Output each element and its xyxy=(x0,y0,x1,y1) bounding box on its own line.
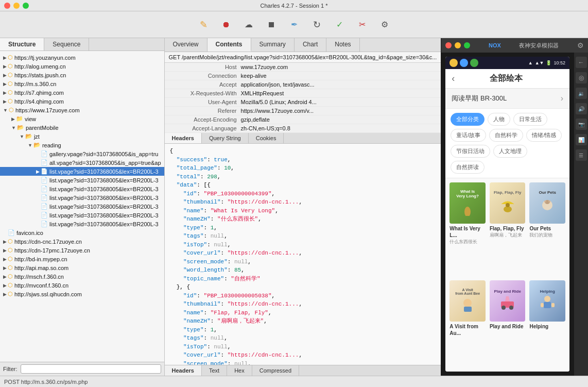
tree-item-favicon[interactable]: ▶ 📄 favicon.ico xyxy=(0,228,164,237)
tree-item-gallery-vpage[interactable]: ▶ 📄 gallery.vpage?sid=3107368005&is_app=… xyxy=(0,149,164,158)
emu-icon-menu[interactable]: ☰ xyxy=(576,149,587,161)
tree-item-s7[interactable]: ▶ ⬡ http://s7.qhimg.com xyxy=(0,88,164,97)
tree-item-list-vpage-6[interactable]: ▶ 📄 list.vpage?sid=3107368005&lex=BR200L… xyxy=(0,211,164,220)
back-button[interactable]: ‹ xyxy=(452,73,455,84)
tree-item-view[interactable]: ▶ 📁 view xyxy=(0,114,164,123)
settings-button[interactable]: ⚙ xyxy=(376,16,393,33)
stop-button[interactable]: ⏹ xyxy=(263,16,280,33)
cat-tag-culture[interactable]: 人文地理 xyxy=(493,145,527,158)
tree-item-api-map[interactable]: ▶ ⬡ http://api.map.so.com xyxy=(0,263,164,272)
tree-item-m-s-360[interactable]: ▶ ⬡ http://m.s.360.cn xyxy=(0,79,164,88)
expand-icon: ▶ xyxy=(3,283,7,288)
reading-level-bar[interactable]: 阅读早期 BR-300L › xyxy=(445,89,569,109)
tree-item-parentmobile[interactable]: ▼ 📂 parentMobile xyxy=(0,123,164,132)
tree-item-msch-360[interactable]: ▶ ⬡ http://msch.f.360.cn xyxy=(0,272,164,281)
tree-item-cdn-17pmc[interactable]: ▶ ⬡ https://cdn-17pmc.17zuoye.cn xyxy=(0,246,164,255)
pointer-tool-button[interactable]: ✎ xyxy=(195,16,212,33)
book-cover-4: A Visit from Aunt Bee xyxy=(449,280,486,322)
tools-button[interactable]: ✂ xyxy=(354,16,370,33)
tree-item-reading[interactable]: ▼ 📂 reading xyxy=(0,141,164,149)
tree-item-list-vpage-5[interactable]: ▶ 📄 list.vpage?sid=3107368005&lex=BR200L… xyxy=(0,202,164,211)
bottom-tab-text[interactable]: Text xyxy=(202,365,227,376)
cat-tag-fairytale[interactable]: 童话/故事 xyxy=(451,129,486,142)
book-title-5: Play and Ride xyxy=(490,323,526,330)
tree-item-alog[interactable]: ▶ ⬡ http://alog.umeng.cn xyxy=(0,62,164,71)
sub-tab-query-string[interactable]: Query String xyxy=(202,133,249,143)
tree-item-s4[interactable]: ▶ ⬡ http://s4.qhimg.com xyxy=(0,97,164,106)
expand-icon: ▶ xyxy=(36,178,40,183)
tab-chart[interactable]: Chart xyxy=(295,38,326,52)
check-button[interactable]: ✓ xyxy=(331,16,348,33)
close-button[interactable] xyxy=(4,3,10,9)
cat-tag-holiday[interactable]: 节假日活动 xyxy=(451,145,490,158)
tab-summary[interactable]: Summary xyxy=(251,38,295,52)
tree-item-bd-in-mypep[interactable]: ▶ ⬡ http://bd-in.mypep.cn xyxy=(0,255,164,263)
book-item-what-is-very-long[interactable]: What Is Very Long? What Is Very L... 什么东… xyxy=(449,182,486,276)
emu-icon-back[interactable]: ← xyxy=(576,57,587,68)
tree-item-cdn-cnc[interactable]: ▶ ⬡ https://cdn-cnc.17zuoye.cn xyxy=(0,237,164,246)
tree-item-list-vpage-selected[interactable]: ▶ 📄 list.vpage?sid=3107368005&lex=BR200L… xyxy=(0,167,164,176)
emu-icon-camera[interactable]: 📷 xyxy=(576,119,587,130)
emu-icon-target[interactable]: ◎ xyxy=(576,72,587,83)
cat-tag-people[interactable]: 人物 xyxy=(488,113,510,126)
book-item-a-visit[interactable]: A Visit from Aunt Bee A Visit from Au... xyxy=(449,280,486,367)
expand-icon: ▶ xyxy=(36,204,40,209)
tree-item-jzt[interactable]: ▼ 📂 jzt xyxy=(0,132,164,141)
tree-item-mvconf[interactable]: ▶ ⬡ http://mvconf.f.360.cn xyxy=(0,281,164,290)
tree-item-tj-youzanyun[interactable]: ▶ ⬡ https://tj.youzanyun.com xyxy=(0,53,164,62)
json-line-tags-2: "tags": null, xyxy=(170,334,436,343)
tree-item-stats-jpush[interactable]: ▶ ⬡ https://stats.jpush.cn xyxy=(0,71,164,79)
bottom-tab-hex[interactable]: Hex xyxy=(227,365,252,376)
tree-item-all-vpage[interactable]: ▶ 📄 all.vpage?sid=3107368005&is_app=true… xyxy=(0,158,164,167)
tab-sequence[interactable]: Sequence xyxy=(44,38,89,51)
maximize-button[interactable] xyxy=(23,3,29,9)
tab-notes[interactable]: Notes xyxy=(326,38,359,52)
tree-item-list-vpage-2[interactable]: ▶ 📄 list.vpage?sid=3107368005&lex=BR200L… xyxy=(0,176,164,184)
bottom-tab-headers[interactable]: Headers xyxy=(165,365,202,376)
file-icon: 📄 xyxy=(8,229,15,236)
emulator-max-button[interactable] xyxy=(464,42,470,48)
cat-tag-all[interactable]: 全部分类 xyxy=(451,113,485,126)
cat-tag-daily[interactable]: 日常生活 xyxy=(513,113,547,126)
book-item-play-and-ride[interactable]: Play and Ride Play and Ride xyxy=(490,280,526,367)
sub-tab-headers[interactable]: Headers xyxy=(165,133,202,143)
book-item-helping[interactable]: Helping Helping xyxy=(529,280,565,367)
cloud-button[interactable]: ☁ xyxy=(240,16,257,33)
minimize-button[interactable] xyxy=(13,3,20,9)
tree-item-list-vpage-3[interactable]: ▶ 📄 list.vpage?sid=3107368005&lex=BR200L… xyxy=(0,184,164,193)
emu-icon-vol-down[interactable]: 🔉 xyxy=(576,88,587,99)
tree-item-list-vpage-4[interactable]: ▶ 📄 list.vpage?sid=3107368005&lex=BR200L… xyxy=(0,193,164,202)
filter-input[interactable] xyxy=(21,364,161,374)
sub-tab-cookies[interactable]: Cookies xyxy=(249,133,284,143)
pen-button[interactable]: ✒ xyxy=(286,16,302,33)
tab-overview[interactable]: Overview xyxy=(165,38,207,52)
svg-point-0 xyxy=(464,207,471,216)
emulator-min-button[interactable] xyxy=(455,42,461,48)
cat-tag-emotion[interactable]: 情绪/情感 xyxy=(526,129,562,142)
file-icon: 📄 xyxy=(41,194,48,201)
tree-item-17zuoye[interactable]: ▼ ⬡ https://www.17zuoye.com xyxy=(0,106,164,114)
cat-tag-nature[interactable]: 自然科学 xyxy=(489,129,523,142)
android-icon-2 xyxy=(460,59,468,67)
emulator-settings-icon[interactable]: ⚙ xyxy=(577,41,584,49)
record-button[interactable]: ⏺ xyxy=(218,16,234,33)
emulator-close-button[interactable] xyxy=(445,42,452,48)
refresh-button[interactable]: ↻ xyxy=(308,16,325,33)
json-line-id-2: "id": "PBP_10300000005038", xyxy=(170,292,436,300)
emu-icon-vol-up[interactable]: 🔊 xyxy=(576,103,587,114)
json-line-thumbnail-2: "thumbnail": "https://cdn-cnc.1..., xyxy=(170,300,436,309)
tab-structure[interactable]: Structure xyxy=(0,38,44,51)
book-item-our-pets[interactable]: Our Pets Our Pets xyxy=(529,182,565,276)
svg-point-14 xyxy=(544,296,550,302)
book-title-3: Our Pets xyxy=(529,225,565,232)
tree-item-sjws[interactable]: ▶ ⬡ http://sjws.ssl.qihucdn.com xyxy=(0,290,164,298)
book-item-flap-flap-fly[interactable]: Flap, Flap, Fly Flap, Flap, Fly 扇啊扇，飞起来 xyxy=(490,182,526,276)
emu-icon-chart[interactable]: 📊 xyxy=(576,134,587,145)
tree-item-label: jzt xyxy=(34,133,40,140)
tree-item-list-vpage-7[interactable]: ▶ 📄 list.vpage?sid=3107368005&lex=BR200L… xyxy=(0,220,164,228)
expand-icon: ▶ xyxy=(36,195,40,200)
bottom-tab-compressed[interactable]: Compressed xyxy=(252,365,299,376)
folder-icon: ⬡ xyxy=(8,264,13,271)
tab-contents[interactable]: Contents xyxy=(207,38,251,52)
cat-tag-phonics[interactable]: 自然拼读 xyxy=(451,161,485,174)
